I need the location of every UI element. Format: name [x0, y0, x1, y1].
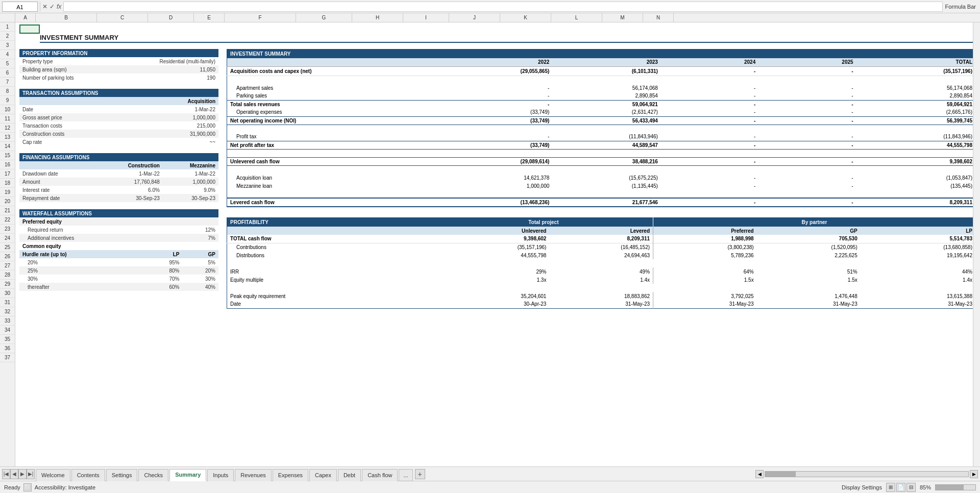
row-10[interactable]: 10 [0, 105, 15, 114]
hscroll-left[interactable]: ◀ [755, 470, 764, 478]
page-layout-btn[interactable]: 📄 [896, 483, 905, 492]
row-14[interactable]: 14 [0, 142, 15, 151]
equity-multiple-label: Equity multiple [227, 276, 434, 284]
tab-debt[interactable]: Debt [338, 469, 361, 481]
col-header-d[interactable]: D [148, 13, 194, 22]
row-3[interactable]: 3 [0, 41, 15, 50]
hscroll-thumb[interactable] [765, 472, 796, 477]
col-header-j[interactable]: J [449, 13, 500, 22]
amount-label: Amount [19, 178, 96, 186]
tab-capex[interactable]: Capex [309, 469, 337, 481]
cell-reference[interactable]: A1 [2, 2, 38, 12]
normal-view-btn[interactable]: ⊞ [886, 483, 895, 492]
row-30[interactable]: 30 [0, 289, 15, 298]
transaction-sub-value: Acquisition [136, 97, 218, 105]
page-break-btn[interactable]: ⊟ [906, 483, 916, 492]
zoom-thumb[interactable] [936, 485, 964, 490]
row-13[interactable]: 13 [0, 133, 15, 142]
row-37[interactable]: 37 [0, 353, 15, 362]
zoom-slider[interactable] [935, 484, 976, 490]
row-28[interactable]: 28 [0, 270, 15, 280]
row-34[interactable]: 34 [0, 326, 15, 335]
col-header-e[interactable]: E [194, 13, 225, 22]
row-31[interactable]: 31 [0, 298, 15, 307]
profit-tax-row: Profit tax - (11,843,946) - - (11,843,94… [227, 133, 976, 141]
sheet-content: INVESTMENT SUMMARY PROPERTY INFORMATION [15, 22, 980, 466]
confirm-icon[interactable]: ✓ [50, 3, 55, 10]
col-header-b[interactable]: B [36, 13, 97, 22]
row-32[interactable]: 32 [0, 307, 15, 316]
col-header-a[interactable]: A [15, 13, 36, 22]
tab-expenses[interactable]: Expenses [273, 469, 308, 481]
col-header-f[interactable]: F [225, 13, 296, 22]
tab-nav-last[interactable]: ▶| [27, 469, 35, 479]
tab-nav-first[interactable]: |◀ [2, 469, 10, 479]
row-21[interactable]: 21 [0, 206, 15, 215]
accessibility-label[interactable]: Accessibility: Investigate [35, 484, 95, 490]
row-4[interactable]: 4 [0, 50, 15, 59]
financing-assumptions-table: FINANCING ASSUMPTIONS Construction Mezza… [19, 153, 218, 202]
row-9[interactable]: 9 [0, 96, 15, 105]
noi-label: Net operating income (NOI) [227, 116, 444, 125]
tab-more[interactable]: ... [399, 469, 412, 481]
row-11[interactable]: 11 [0, 114, 15, 124]
tab-summary[interactable]: Summary [169, 469, 206, 481]
col-header-n[interactable]: N [643, 13, 674, 22]
tab-revenues[interactable]: Revenues [235, 469, 272, 481]
cell-a1[interactable] [19, 24, 40, 34]
tab-checks[interactable]: Checks [138, 469, 168, 481]
row-16[interactable]: 16 [0, 160, 15, 169]
row-5[interactable]: 5 [0, 59, 15, 68]
tab-inputs[interactable]: Inputs [207, 469, 234, 481]
row-18[interactable]: 18 [0, 179, 15, 188]
row-33[interactable]: 33 [0, 316, 15, 326]
tab-welcome[interactable]: Welcome [36, 469, 70, 481]
col-header-k[interactable]: K [500, 13, 551, 22]
total-cf-row: TOTAL cash flow 9,398,602 8,209,311 1,98… [227, 235, 976, 243]
add-sheet-button[interactable]: + [415, 469, 425, 479]
row-27[interactable]: 27 [0, 261, 15, 270]
row-17[interactable]: 17 [0, 169, 15, 179]
row-35[interactable]: 35 [0, 335, 15, 344]
formula-icons: ✕ ✓ fx [42, 3, 61, 10]
cell-mode-icon[interactable]: ⬜ [23, 483, 32, 491]
cancel-icon[interactable]: ✕ [42, 3, 47, 10]
col-header-i[interactable]: I [403, 13, 449, 22]
row-8[interactable]: 8 [0, 87, 15, 96]
row-25[interactable]: 25 [0, 243, 15, 252]
tab-nav-prev[interactable]: ◀ [10, 469, 18, 479]
row-23[interactable]: 23 [0, 225, 15, 234]
row-36[interactable]: 36 [0, 344, 15, 353]
hscroll-right[interactable]: ▶ [970, 470, 978, 478]
tab-contents[interactable]: Contents [71, 469, 105, 481]
display-settings-label[interactable]: Display Settings [842, 484, 882, 490]
row-6[interactable]: 6 [0, 68, 15, 78]
row-22[interactable]: 22 [0, 215, 15, 225]
formula-input[interactable] [63, 2, 943, 12]
col-header-c[interactable]: C [97, 13, 148, 22]
row-20[interactable]: 20 [0, 197, 15, 206]
col-header-l[interactable]: L [551, 13, 602, 22]
tab-settings[interactable]: Settings [106, 469, 138, 481]
row-29[interactable]: 29 [0, 280, 15, 289]
apartment-sales-2022: - [444, 84, 553, 92]
row-19[interactable]: 19 [0, 188, 15, 197]
row-2[interactable]: 2 [0, 32, 15, 41]
hurdle-20-gp: 5% [183, 258, 218, 266]
row-24[interactable]: 24 [0, 234, 15, 243]
row-7[interactable]: 7 [0, 78, 15, 87]
irr-lp: 44% [861, 267, 976, 276]
row-15[interactable]: 15 [0, 151, 15, 160]
hscroll-track[interactable] [765, 471, 969, 477]
row-26[interactable]: 26 [0, 252, 15, 261]
col-header-m[interactable]: M [602, 13, 643, 22]
tab-nav-next[interactable]: ▶ [18, 469, 27, 479]
distributions-levered: 24,694,463 [549, 251, 653, 259]
col-header-g[interactable]: G [296, 13, 352, 22]
tab-cashflow[interactable]: Cash flow [362, 469, 398, 481]
function-icon[interactable]: fx [57, 3, 61, 10]
row-1[interactable]: 1 [0, 22, 15, 32]
row-12[interactable]: 12 [0, 124, 15, 133]
col-header-h[interactable]: H [352, 13, 403, 22]
vertical-scrollbar[interactable] [973, 22, 980, 466]
